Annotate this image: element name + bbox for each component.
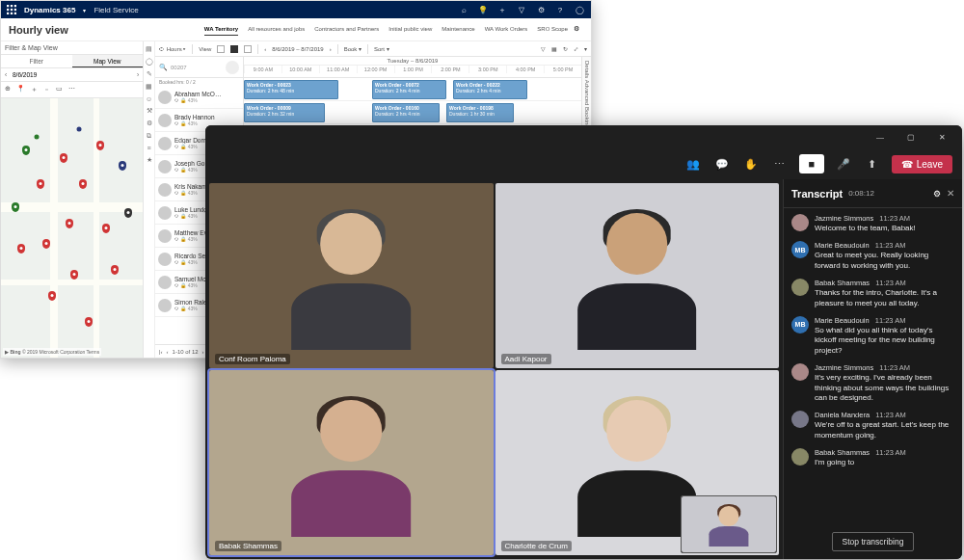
- mic-icon[interactable]: 🎤: [834, 154, 853, 173]
- map-layers-icon[interactable]: ▭: [56, 85, 63, 94]
- plus-icon[interactable]: ＋: [496, 4, 508, 15]
- left-tab[interactable]: Map View: [72, 55, 144, 67]
- search-icon[interactable]: 🔍: [159, 64, 168, 71]
- view-tab[interactable]: WA Territory: [204, 23, 238, 36]
- date-next-icon[interactable]: ›: [330, 46, 332, 52]
- filter-icon[interactable]: ▽: [516, 4, 527, 15]
- map[interactable]: ▶ Bing © 2019 Microsoft Corporation Term…: [1, 98, 143, 358]
- date-range[interactable]: 8/6/2019 – 8/7/2019: [272, 46, 323, 52]
- module-label[interactable]: Field Service: [94, 6, 138, 14]
- ib-list-icon[interactable]: ≡: [147, 145, 150, 151]
- view-map-btn[interactable]: [244, 45, 252, 53]
- video-tile[interactable]: Babak Shammas: [209, 370, 494, 555]
- leave-button[interactable]: ☎ Leave: [892, 155, 952, 173]
- search-input[interactable]: 00207: [171, 65, 223, 70]
- book-dropdown[interactable]: Book ▾: [344, 45, 362, 52]
- transcript-close-icon[interactable]: ✕: [947, 188, 954, 199]
- map-pin[interactable]: [48, 291, 56, 301]
- work-order-block[interactable]: Work Order - 00222Duration: 2 hrs 4 min: [453, 80, 527, 99]
- work-order-block[interactable]: Work Order - 00160Duration: 2 hrs 4 min: [372, 103, 440, 122]
- map-zoom-out-icon[interactable]: －: [43, 85, 50, 94]
- view-tab[interactable]: SRO Scope: [537, 23, 568, 36]
- calendar-row[interactable]: Work Order - 00023Duration: 2 hrs 48 min…: [244, 78, 581, 101]
- lightbulb-icon[interactable]: 💡: [477, 4, 489, 15]
- ib-person-icon[interactable]: ☺: [146, 95, 152, 102]
- work-order-block[interactable]: Work Order - 00009Duration: 2 hrs 32 min: [244, 103, 325, 122]
- window-min-icon[interactable]: —: [868, 125, 893, 148]
- view-grid-btn[interactable]: [230, 45, 238, 53]
- map-pin[interactable]: [12, 202, 19, 212]
- sort-dropdown[interactable]: Sort ▾: [374, 45, 389, 52]
- map-pin[interactable]: [42, 239, 50, 249]
- ib-star-icon[interactable]: ★: [147, 156, 152, 164]
- map-pin[interactable]: [124, 208, 132, 218]
- participants-icon[interactable]: 👥: [683, 154, 703, 173]
- ib-tool-icon[interactable]: ⚒: [147, 107, 152, 115]
- map-pin[interactable]: [66, 219, 73, 228]
- date-next-icon[interactable]: ›: [133, 71, 143, 78]
- ib-doc-icon[interactable]: ▤: [146, 45, 152, 53]
- view-settings-icon[interactable]: ⚙: [574, 25, 583, 35]
- chevron-down-icon[interactable]: ▾: [83, 7, 86, 13]
- view-tab[interactable]: All resources and jobs: [248, 23, 305, 36]
- map-pin[interactable]: [119, 161, 126, 171]
- date-picker[interactable]: ‹ 8/6/2019 ›: [1, 68, 143, 82]
- resource-search[interactable]: 🔍 00207: [155, 57, 243, 78]
- view-tab[interactable]: WA Work Orders: [485, 23, 528, 36]
- date-prev-icon[interactable]: ‹: [264, 46, 266, 52]
- date-value[interactable]: 8/6/2019: [11, 71, 133, 78]
- first-icon[interactable]: |‹: [159, 349, 163, 355]
- left-tab[interactable]: Filter: [1, 55, 72, 67]
- map-crosshair-icon[interactable]: ⊕: [5, 85, 11, 94]
- stop-transcribing-button[interactable]: Stop transcribing: [832, 532, 915, 551]
- map-pin[interactable]: [85, 317, 93, 327]
- ib-wrench-icon[interactable]: ✎: [147, 70, 152, 78]
- video-tile[interactable]: Conf Room Paloma: [209, 183, 494, 368]
- window-max-icon[interactable]: ▢: [898, 125, 924, 148]
- view-tab[interactable]: Maintenance: [442, 23, 474, 36]
- map-pin[interactable]: [102, 224, 110, 233]
- map-dot[interactable]: [34, 135, 39, 140]
- tb-refresh-icon[interactable]: ↻: [563, 45, 568, 52]
- camera-icon[interactable]: ■: [799, 154, 824, 173]
- map-pin[interactable]: [60, 153, 67, 163]
- work-order-block[interactable]: Work Order - 00072Duration: 2 hrs 4 min: [372, 80, 446, 99]
- map-pin[interactable]: [22, 146, 30, 155]
- ib-chart-icon[interactable]: ⧉: [147, 132, 151, 140]
- view-tab[interactable]: Contractors and Partners: [314, 23, 379, 36]
- more-icon[interactable]: ⋯: [770, 154, 790, 173]
- window-close-icon[interactable]: ✕: [929, 125, 954, 148]
- prev-icon[interactable]: ‹: [167, 349, 169, 355]
- resource-row[interactable]: Abraham McO…⏲ 🔒 43%: [155, 86, 243, 109]
- map-pin[interactable]: [79, 179, 87, 189]
- app-launcher-icon[interactable]: [7, 5, 16, 14]
- map-pin[interactable]: [17, 244, 25, 253]
- video-tile[interactable]: Aadi Kapoor: [495, 183, 780, 368]
- ib-gear-icon[interactable]: ⚙: [147, 120, 152, 127]
- transcript-settings-icon[interactable]: ⚙: [933, 189, 941, 199]
- work-order-block[interactable]: Work Order - 00023Duration: 2 hrs 48 min: [244, 80, 338, 99]
- map-pin[interactable]: [96, 141, 104, 150]
- next-icon[interactable]: ›: [202, 349, 204, 355]
- transcript-messages[interactable]: Jazmine Simmons11:23 AMWelcome to the te…: [784, 208, 962, 524]
- ib-cal-icon[interactable]: ▦: [146, 83, 152, 91]
- help-icon[interactable]: ?: [554, 4, 566, 15]
- view-tab[interactable]: Initial public view: [388, 23, 432, 36]
- tb-filter-icon[interactable]: ▽: [541, 45, 546, 52]
- tb-grid-icon[interactable]: ▦: [551, 45, 557, 52]
- map-more-icon[interactable]: ⋯: [68, 85, 75, 94]
- map-zoom-in-icon[interactable]: ＋: [31, 85, 38, 94]
- chat-icon[interactable]: 💬: [712, 154, 732, 173]
- calendar-row[interactable]: Work Order - 00009Duration: 2 hrs 32 min…: [244, 101, 581, 124]
- map-dot[interactable]: [76, 127, 81, 132]
- tb-expand-icon[interactable]: ⤢: [574, 45, 578, 52]
- map-pin-icon[interactable]: 📍: [16, 85, 25, 94]
- work-order-block[interactable]: Work Order - 00198Duration: 1 hr 30 min: [446, 103, 514, 122]
- search-icon[interactable]: ⌕: [458, 4, 469, 15]
- hours-dropdown[interactable]: ⏲ Hours ▾: [159, 46, 186, 52]
- map-pin[interactable]: [111, 265, 119, 275]
- self-preview[interactable]: [681, 495, 777, 553]
- date-prev-icon[interactable]: ‹: [1, 71, 11, 78]
- ib-globe-icon[interactable]: ◯: [146, 58, 153, 66]
- map-pin[interactable]: [70, 270, 78, 280]
